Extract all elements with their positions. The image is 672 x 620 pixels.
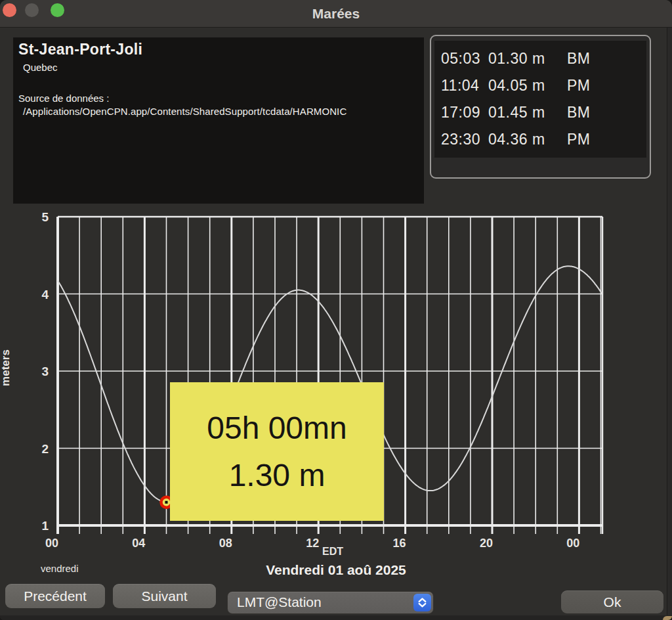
popup-arrows-icon[interactable] [413,594,431,611]
x-tick-label: 08 [219,537,232,550]
timezone-selected-value: LMT@Station [237,592,322,613]
y-tick-label: 2 [41,442,49,456]
x-tick-label: 20 [480,537,493,550]
y-axis-title: meters [0,349,12,386]
x-tick-label: 00 [566,537,579,550]
y-tick-label: 4 [41,288,49,301]
tide-chart[interactable]: 1234500040812162000EDTmeters [0,0,672,620]
previous-day-button[interactable]: Precédent [5,584,105,608]
x-tick-label: 00 [45,537,58,550]
y-tick-label: 3 [41,365,49,378]
x-tick-label: 04 [132,537,145,550]
timezone-dropdown[interactable]: LMT@Station [228,592,433,613]
current-tide-marker-dot [165,501,168,504]
y-tick-label: 5 [41,210,49,224]
x-tick-label: 12 [306,537,319,550]
x-tick-label: 16 [393,537,406,550]
ok-button[interactable]: Ok [561,590,663,613]
tooltip-height: 1.30 m [229,452,326,499]
tide-tooltip: 05h 00mn 1.30 m [170,382,384,521]
tooltip-time: 05h 00mn [207,405,347,452]
tide-dialog-window: Marées St-Jean-Port-Joli Quebec Source d… [0,0,672,620]
y-tick-label: 1 [41,519,49,533]
next-day-button[interactable]: Suivant [113,584,216,608]
date-label: Vendredi 01 aoû 2025 [0,562,672,578]
timezone-axis-note: EDT [322,546,343,557]
